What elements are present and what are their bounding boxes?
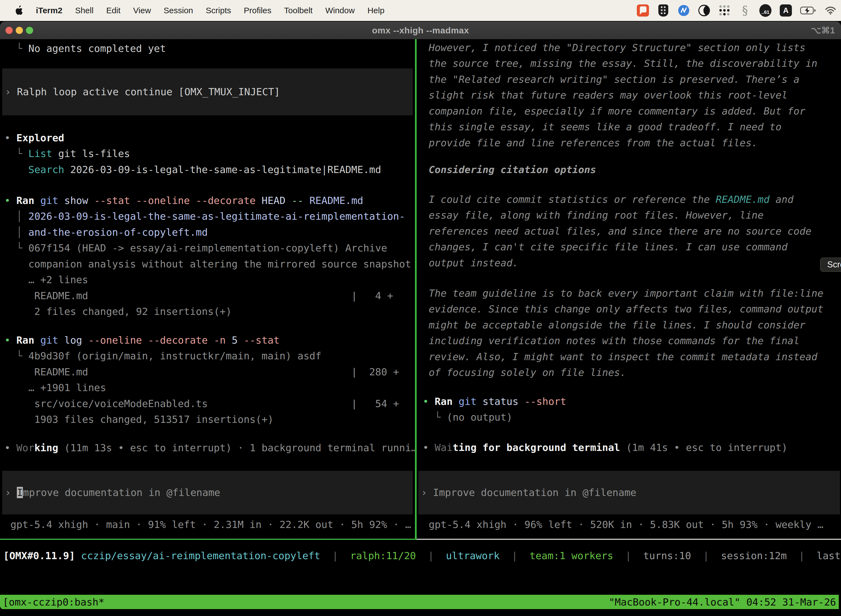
text-segment: Ralph loop active continue [OMX_TMUX_INJ… bbox=[17, 86, 280, 97]
menu-item-session[interactable]: Session bbox=[164, 6, 193, 15]
menu-item-help[interactable]: Help bbox=[368, 6, 385, 15]
text-segment: (no output) bbox=[447, 412, 512, 423]
omx-status-row: [OMX#0.11.9] cczip/essay/ai-reimplementa… bbox=[3, 548, 841, 564]
text-segment: [OMX#0.11.9] bbox=[3, 550, 75, 561]
menu-item-profiles[interactable]: Profiles bbox=[244, 6, 271, 15]
terminal-line: • Explored bbox=[4, 130, 64, 146]
terminal-line: companion file, especially if more comme… bbox=[423, 103, 806, 119]
ralph-loop-text: › Ralph loop active continue [OMX_TMUX_I… bbox=[2, 84, 280, 100]
text-segment: gpt-5.4 xhigh · 96% left · 520K in · 5.8… bbox=[423, 519, 823, 530]
text-segment: session:12m bbox=[721, 550, 787, 561]
dots-grid-icon[interactable] bbox=[718, 4, 731, 16]
text-segment: HEAD bbox=[262, 195, 292, 206]
keyboard-shield-icon[interactable] bbox=[657, 4, 670, 16]
text-segment: Search bbox=[28, 164, 64, 175]
text-segment: might be acceptable alongside the file l… bbox=[423, 319, 806, 331]
text-segment: … +1901 lines bbox=[4, 382, 106, 393]
text-segment: | bbox=[613, 550, 643, 561]
text-segment: team:1 workers bbox=[529, 550, 613, 561]
text-segment: turns:10 bbox=[643, 550, 691, 561]
terminal-line: review. Also, I might want to inspect th… bbox=[423, 349, 817, 365]
menu-item-window[interactable]: Window bbox=[325, 6, 355, 15]
a-app-badge-icon[interactable]: A bbox=[780, 4, 792, 16]
menu-item-iterm2[interactable]: iTerm2 bbox=[36, 6, 62, 15]
text-segment: ralph:11/20 bbox=[350, 550, 416, 561]
screen-share-chip[interactable]: Scre bbox=[820, 258, 841, 272]
tmux-session-tab[interactable]: [omx-cczip0:bash* bbox=[0, 596, 104, 608]
text-segment: • bbox=[4, 195, 16, 206]
text-segment: • bbox=[423, 442, 435, 453]
squiggle-status-icon[interactable]: § bbox=[739, 4, 751, 16]
text-segment: king bbox=[34, 442, 58, 453]
text-segment: the "Related research writing" section i… bbox=[423, 74, 799, 85]
security-meter-icon[interactable]: ..61 bbox=[759, 4, 771, 16]
terminal-line: README.md | 280 + bbox=[4, 364, 399, 380]
terminal-line: │ and-the-erosion-of-copyleft.md bbox=[4, 224, 208, 241]
tmux-pane-right[interactable]: › Improve documentation in @filename How… bbox=[417, 39, 841, 539]
text-segment: src/voice/voiceModeEnabled.ts | 54 + bbox=[4, 398, 399, 409]
terminal-line: this single essay, it seems like a good … bbox=[423, 119, 781, 135]
menu-item-toolbelt[interactable]: Toolbelt bbox=[284, 6, 313, 15]
chat-app-icon[interactable] bbox=[637, 4, 649, 16]
menu-status-icons: § ..61 A bbox=[637, 0, 837, 21]
text-segment: | bbox=[691, 550, 721, 561]
terminal-line: evidence. Since this change only affects… bbox=[423, 301, 823, 317]
terminal-line: • Ran git status --short bbox=[423, 393, 566, 409]
terminal-line: README.md | 4 + bbox=[4, 288, 393, 304]
iterm2-window: omx --xhigh --madmax ⌥⌘1 › Ralph loop ac… bbox=[0, 22, 841, 609]
text-segment: slight risk that future readers may over… bbox=[423, 89, 787, 101]
terminal-line: companion analysis without altering the … bbox=[4, 256, 411, 272]
menu-item-scripts[interactable]: Scripts bbox=[206, 6, 231, 15]
text-segment: Ran bbox=[435, 396, 459, 407]
wifi-icon[interactable] bbox=[825, 4, 837, 16]
terminal-line: essay file, along with finding root file… bbox=[423, 207, 763, 223]
text-segment: | bbox=[500, 550, 529, 561]
prompt-input-left[interactable]: › Improve documentation in @filename bbox=[2, 471, 413, 515]
prompt-input-right-text: › Improve documentation in @filename bbox=[418, 485, 636, 501]
terminal-line: might be acceptable alongside the file l… bbox=[423, 317, 806, 333]
text-segment: and bbox=[769, 194, 794, 205]
text-segment: --stat --oneline --decorate bbox=[94, 195, 262, 206]
text-segment: Ran bbox=[16, 195, 40, 206]
text-segment bbox=[4, 164, 28, 175]
sync-badge-icon[interactable] bbox=[678, 4, 690, 16]
terminal-line: • Waiting for background terminal (1m 41… bbox=[423, 440, 787, 456]
text-segment: The team guideline is to back every impo… bbox=[423, 287, 823, 299]
text-segment: › bbox=[5, 487, 17, 498]
text-segment: ultrawork bbox=[446, 550, 500, 561]
menu-items: iTerm2 Shell Edit View Session Scripts P… bbox=[36, 6, 384, 15]
window-title-bar[interactable]: omx --xhigh --madmax ⌥⌘1 bbox=[0, 22, 841, 39]
crescent-menu-icon[interactable] bbox=[698, 4, 710, 16]
menu-bar: iTerm2 Shell Edit View Session Scripts P… bbox=[0, 0, 841, 21]
terminal-line: Search 2026-03-09-is-legal-the-same-as-l… bbox=[4, 162, 381, 178]
menu-item-view[interactable]: View bbox=[133, 6, 151, 15]
terminal-line: │ 2026-03-09-is-legal-the-same-as-legiti… bbox=[4, 208, 405, 224]
pane-border-bottom-right bbox=[417, 539, 841, 540]
text-segment: git bbox=[459, 396, 483, 407]
window-shortcut-badge: ⌥⌘1 bbox=[811, 22, 835, 39]
apple-menu-icon[interactable] bbox=[14, 5, 24, 16]
terminal-line: including verification notes with those … bbox=[423, 333, 799, 349]
terminal-line: Considering citation options bbox=[423, 162, 596, 178]
tmux-pane-left[interactable]: › Ralph loop active continue [OMX_TMUX_I… bbox=[0, 39, 415, 539]
prompt-input-right[interactable]: › Improve documentation in @filename bbox=[418, 471, 840, 515]
menu-item-shell[interactable]: Shell bbox=[75, 6, 94, 15]
text-segment: README.md | 4 + bbox=[4, 290, 393, 301]
text-segment: | bbox=[320, 550, 350, 561]
terminal-line: 1903 files changed, 513517 insertions(+) bbox=[4, 412, 273, 427]
text-segment: Wor bbox=[16, 442, 34, 453]
terminal-line: of focusing solely on file lines. bbox=[423, 365, 626, 381]
text-segment: 067f154 (HEAD -> essay/ai-reimplementati… bbox=[28, 242, 387, 254]
text-segment: 2 files changed, 92 insertions(+) bbox=[4, 306, 232, 317]
terminal-line: └ List git ls-files bbox=[4, 146, 130, 162]
text-segment: └ bbox=[423, 412, 447, 423]
text-segment: git bbox=[40, 195, 64, 206]
window-title: omx --xhigh --madmax bbox=[0, 22, 841, 39]
text-segment: I could cite commit statistics or refere… bbox=[423, 194, 716, 205]
terminal-line: └ (no output) bbox=[423, 409, 512, 425]
menu-item-edit[interactable]: Edit bbox=[106, 6, 120, 15]
text-segment: status bbox=[483, 396, 525, 407]
battery-charging-icon[interactable] bbox=[800, 4, 816, 16]
text-segment bbox=[75, 550, 81, 561]
text-segment: • bbox=[4, 132, 16, 144]
